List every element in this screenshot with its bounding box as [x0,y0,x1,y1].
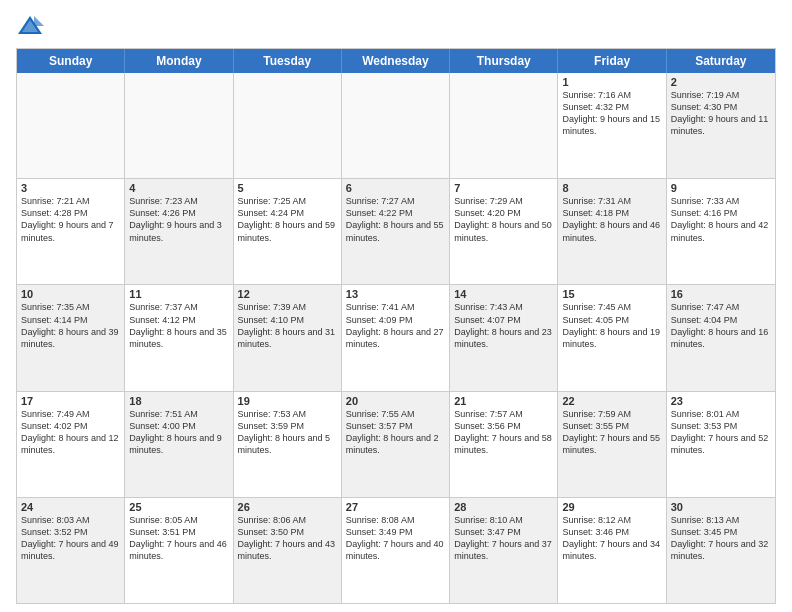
day-info: Sunrise: 7:41 AMSunset: 4:09 PMDaylight:… [346,301,445,350]
day-number: 1 [562,76,661,88]
day-cell-28: 28Sunrise: 8:10 AMSunset: 3:47 PMDayligh… [450,498,558,603]
day-cell-16: 16Sunrise: 7:47 AMSunset: 4:04 PMDayligh… [667,285,775,390]
day-cell-2: 2Sunrise: 7:19 AMSunset: 4:30 PMDaylight… [667,73,775,178]
day-info: Sunrise: 7:27 AMSunset: 4:22 PMDaylight:… [346,195,445,244]
calendar-row-2: 10Sunrise: 7:35 AMSunset: 4:14 PMDayligh… [17,285,775,391]
day-cell-27: 27Sunrise: 8:08 AMSunset: 3:49 PMDayligh… [342,498,450,603]
day-info: Sunrise: 7:39 AMSunset: 4:10 PMDaylight:… [238,301,337,350]
day-number: 21 [454,395,553,407]
day-info: Sunrise: 8:08 AMSunset: 3:49 PMDaylight:… [346,514,445,563]
day-number: 15 [562,288,661,300]
day-info: Sunrise: 7:43 AMSunset: 4:07 PMDaylight:… [454,301,553,350]
empty-cell [450,73,558,178]
day-number: 24 [21,501,120,513]
day-number: 19 [238,395,337,407]
day-info: Sunrise: 7:45 AMSunset: 4:05 PMDaylight:… [562,301,661,350]
day-number: 22 [562,395,661,407]
calendar-row-0: 1Sunrise: 7:16 AMSunset: 4:32 PMDaylight… [17,73,775,179]
header-day-saturday: Saturday [667,49,775,73]
day-cell-15: 15Sunrise: 7:45 AMSunset: 4:05 PMDayligh… [558,285,666,390]
day-number: 23 [671,395,771,407]
empty-cell [125,73,233,178]
svg-marker-2 [34,16,44,26]
day-info: Sunrise: 7:25 AMSunset: 4:24 PMDaylight:… [238,195,337,244]
day-cell-11: 11Sunrise: 7:37 AMSunset: 4:12 PMDayligh… [125,285,233,390]
logo-icon [16,12,44,40]
header-day-thursday: Thursday [450,49,558,73]
day-info: Sunrise: 7:37 AMSunset: 4:12 PMDaylight:… [129,301,228,350]
day-info: Sunrise: 7:47 AMSunset: 4:04 PMDaylight:… [671,301,771,350]
day-cell-5: 5Sunrise: 7:25 AMSunset: 4:24 PMDaylight… [234,179,342,284]
day-info: Sunrise: 7:33 AMSunset: 4:16 PMDaylight:… [671,195,771,244]
calendar-row-1: 3Sunrise: 7:21 AMSunset: 4:28 PMDaylight… [17,179,775,285]
header-day-sunday: Sunday [17,49,125,73]
day-number: 26 [238,501,337,513]
day-cell-14: 14Sunrise: 7:43 AMSunset: 4:07 PMDayligh… [450,285,558,390]
day-info: Sunrise: 8:01 AMSunset: 3:53 PMDaylight:… [671,408,771,457]
day-info: Sunrise: 7:29 AMSunset: 4:20 PMDaylight:… [454,195,553,244]
day-number: 13 [346,288,445,300]
day-info: Sunrise: 8:10 AMSunset: 3:47 PMDaylight:… [454,514,553,563]
day-cell-18: 18Sunrise: 7:51 AMSunset: 4:00 PMDayligh… [125,392,233,497]
day-number: 8 [562,182,661,194]
day-number: 28 [454,501,553,513]
day-cell-20: 20Sunrise: 7:55 AMSunset: 3:57 PMDayligh… [342,392,450,497]
day-number: 12 [238,288,337,300]
day-cell-24: 24Sunrise: 8:03 AMSunset: 3:52 PMDayligh… [17,498,125,603]
calendar-row-3: 17Sunrise: 7:49 AMSunset: 4:02 PMDayligh… [17,392,775,498]
day-number: 10 [21,288,120,300]
page: SundayMondayTuesdayWednesdayThursdayFrid… [0,0,792,612]
day-cell-30: 30Sunrise: 8:13 AMSunset: 3:45 PMDayligh… [667,498,775,603]
day-number: 9 [671,182,771,194]
day-info: Sunrise: 8:06 AMSunset: 3:50 PMDaylight:… [238,514,337,563]
day-number: 4 [129,182,228,194]
day-cell-7: 7Sunrise: 7:29 AMSunset: 4:20 PMDaylight… [450,179,558,284]
day-info: Sunrise: 8:13 AMSunset: 3:45 PMDaylight:… [671,514,771,563]
day-info: Sunrise: 7:59 AMSunset: 3:55 PMDaylight:… [562,408,661,457]
day-number: 14 [454,288,553,300]
day-cell-29: 29Sunrise: 8:12 AMSunset: 3:46 PMDayligh… [558,498,666,603]
day-info: Sunrise: 7:57 AMSunset: 3:56 PMDaylight:… [454,408,553,457]
day-number: 5 [238,182,337,194]
day-cell-9: 9Sunrise: 7:33 AMSunset: 4:16 PMDaylight… [667,179,775,284]
calendar-header: SundayMondayTuesdayWednesdayThursdayFrid… [17,49,775,73]
day-info: Sunrise: 8:12 AMSunset: 3:46 PMDaylight:… [562,514,661,563]
calendar-row-4: 24Sunrise: 8:03 AMSunset: 3:52 PMDayligh… [17,498,775,603]
day-info: Sunrise: 7:55 AMSunset: 3:57 PMDaylight:… [346,408,445,457]
day-info: Sunrise: 7:21 AMSunset: 4:28 PMDaylight:… [21,195,120,244]
day-cell-3: 3Sunrise: 7:21 AMSunset: 4:28 PMDaylight… [17,179,125,284]
day-number: 16 [671,288,771,300]
day-number: 7 [454,182,553,194]
header-day-wednesday: Wednesday [342,49,450,73]
day-info: Sunrise: 8:05 AMSunset: 3:51 PMDaylight:… [129,514,228,563]
day-info: Sunrise: 7:23 AMSunset: 4:26 PMDaylight:… [129,195,228,244]
day-cell-13: 13Sunrise: 7:41 AMSunset: 4:09 PMDayligh… [342,285,450,390]
day-cell-26: 26Sunrise: 8:06 AMSunset: 3:50 PMDayligh… [234,498,342,603]
day-cell-23: 23Sunrise: 8:01 AMSunset: 3:53 PMDayligh… [667,392,775,497]
day-cell-21: 21Sunrise: 7:57 AMSunset: 3:56 PMDayligh… [450,392,558,497]
day-number: 27 [346,501,445,513]
day-info: Sunrise: 7:53 AMSunset: 3:59 PMDaylight:… [238,408,337,457]
logo [16,12,48,40]
day-info: Sunrise: 7:31 AMSunset: 4:18 PMDaylight:… [562,195,661,244]
empty-cell [17,73,125,178]
day-info: Sunrise: 7:16 AMSunset: 4:32 PMDaylight:… [562,89,661,138]
header [16,12,776,40]
day-info: Sunrise: 7:49 AMSunset: 4:02 PMDaylight:… [21,408,120,457]
calendar: SundayMondayTuesdayWednesdayThursdayFrid… [16,48,776,604]
day-cell-10: 10Sunrise: 7:35 AMSunset: 4:14 PMDayligh… [17,285,125,390]
day-number: 25 [129,501,228,513]
day-info: Sunrise: 7:35 AMSunset: 4:14 PMDaylight:… [21,301,120,350]
day-cell-17: 17Sunrise: 7:49 AMSunset: 4:02 PMDayligh… [17,392,125,497]
day-info: Sunrise: 7:19 AMSunset: 4:30 PMDaylight:… [671,89,771,138]
day-number: 2 [671,76,771,88]
header-day-tuesday: Tuesday [234,49,342,73]
day-cell-4: 4Sunrise: 7:23 AMSunset: 4:26 PMDaylight… [125,179,233,284]
day-number: 3 [21,182,120,194]
day-cell-12: 12Sunrise: 7:39 AMSunset: 4:10 PMDayligh… [234,285,342,390]
empty-cell [234,73,342,178]
day-cell-22: 22Sunrise: 7:59 AMSunset: 3:55 PMDayligh… [558,392,666,497]
day-number: 18 [129,395,228,407]
day-cell-1: 1Sunrise: 7:16 AMSunset: 4:32 PMDaylight… [558,73,666,178]
day-cell-25: 25Sunrise: 8:05 AMSunset: 3:51 PMDayligh… [125,498,233,603]
